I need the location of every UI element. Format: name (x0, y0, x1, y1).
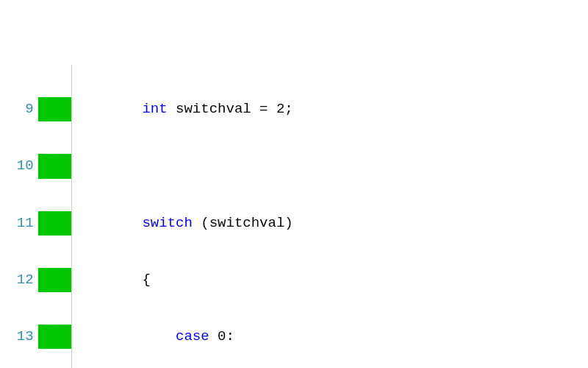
line-number-gutter: 9 10 11 12 13 14 15 16 17 18 19 20 21 22… (0, 65, 38, 368)
keyword-int: int (142, 101, 167, 117)
line-number: 9 (0, 97, 34, 121)
change-marker (38, 97, 72, 121)
space (193, 215, 201, 231)
number-literal: 0 (218, 328, 226, 344)
space (209, 328, 218, 344)
indent (75, 215, 142, 231)
paren-open: ( (201, 215, 209, 231)
indent (75, 328, 176, 344)
code-line[interactable]: { (75, 268, 588, 292)
change-marker (38, 325, 72, 349)
indent (75, 101, 142, 117)
change-marker (38, 211, 72, 236)
keyword-case: case (176, 328, 209, 344)
brace-open: { (142, 272, 150, 288)
change-marker (38, 154, 72, 178)
change-marker-gutter (38, 65, 72, 368)
identifier: switchval (209, 215, 285, 231)
code-line[interactable]: int switchval = 2; (75, 97, 588, 121)
code-line[interactable]: switch (switchval) (75, 211, 588, 236)
change-marker (38, 268, 72, 292)
semicolon: ; (284, 101, 293, 117)
keyword-switch: switch (142, 215, 192, 231)
line-number: 13 (0, 325, 34, 349)
colon: : (226, 328, 234, 344)
code-editor: 9 10 11 12 13 14 15 16 17 18 19 20 21 22… (0, 65, 588, 368)
line-number: 12 (0, 268, 34, 292)
space (168, 101, 176, 117)
code-line[interactable] (75, 154, 588, 178)
indent (75, 272, 142, 288)
code-line[interactable]: case 0: (75, 325, 588, 349)
identifier: switchval = (176, 101, 276, 117)
code-area[interactable]: int switchval = 2; switch (switchval) { … (72, 65, 588, 368)
number-literal: 2 (276, 101, 284, 117)
paren-close: ) (284, 215, 293, 231)
line-number: 10 (0, 154, 34, 178)
line-number: 11 (0, 211, 34, 236)
